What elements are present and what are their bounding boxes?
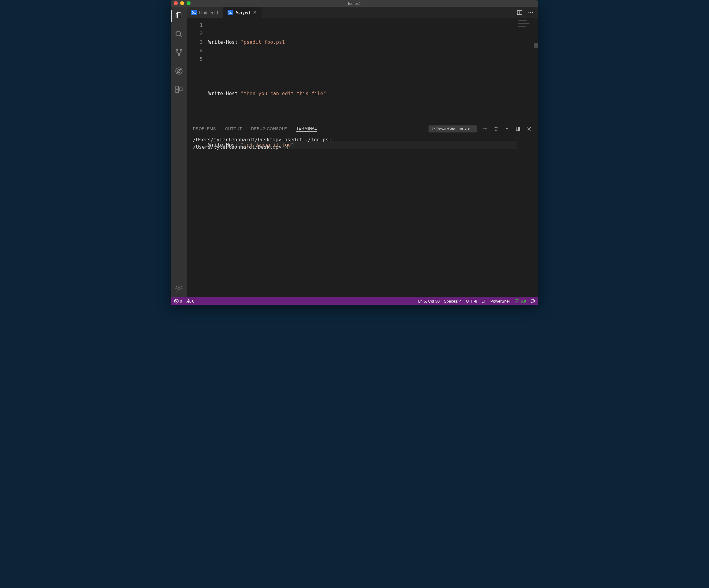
- window-close-button[interactable]: [174, 1, 178, 5]
- close-panel-icon[interactable]: [526, 126, 532, 132]
- window-title: foo.ps1: [171, 1, 538, 6]
- tab-foo-ps1[interactable]: foo.ps1 ✕: [223, 7, 262, 18]
- window-titlebar[interactable]: foo.ps1: [171, 0, 538, 7]
- status-bar: 0 0 Ln 5, Col 30 Spaces: 4 UTF-8 LF Powe…: [171, 297, 538, 305]
- tab-untitled-1[interactable]: Untitled-1: [187, 7, 223, 18]
- code-line: Write-Host "then you can edit this file": [208, 90, 517, 98]
- app-window: foo.ps1: [171, 0, 538, 305]
- activity-search[interactable]: [171, 28, 187, 41]
- error-icon: [174, 299, 179, 304]
- svg-point-17: [530, 12, 531, 13]
- code-line-current: Write-Host "and debug it too": [208, 141, 517, 149]
- powershell-file-icon: [191, 10, 197, 15]
- editor-actions: [512, 7, 538, 18]
- search-icon: [175, 30, 183, 39]
- minimap[interactable]: [517, 18, 534, 123]
- extensions-icon: [175, 85, 183, 94]
- svg-rect-10: [179, 88, 182, 91]
- svg-point-2: [176, 49, 177, 51]
- line-number-gutter: 1 2 3 4 5: [187, 18, 208, 123]
- branch-icon: [175, 48, 183, 57]
- status-cursor-position[interactable]: Ln 5, Col 30: [418, 299, 440, 304]
- svg-point-32: [532, 301, 532, 301]
- activity-scm[interactable]: [171, 47, 187, 59]
- traffic-lights: [174, 1, 190, 5]
- status-eol[interactable]: LF: [481, 299, 486, 304]
- status-feedback[interactable]: [530, 299, 535, 304]
- powershell-file-icon: [228, 10, 233, 15]
- status-encoding[interactable]: UTF-8: [466, 299, 477, 304]
- activity-explorer[interactable]: [171, 10, 187, 22]
- editor-tabs: Untitled-1 foo.ps1 ✕: [187, 7, 538, 18]
- activity-bar: [171, 7, 187, 297]
- scroll-marker: [534, 43, 538, 48]
- line-number: 5: [187, 55, 203, 63]
- svg-rect-30: [515, 299, 519, 303]
- window-maximize-button[interactable]: [187, 1, 190, 5]
- terminal-selector[interactable]: 1: PowerShell Int ▲▼: [428, 125, 477, 132]
- activity-extensions[interactable]: [171, 83, 187, 96]
- svg-point-33: [533, 301, 534, 301]
- status-powershell-version[interactable]: 6.0: [515, 299, 526, 304]
- editor-group: Untitled-1 foo.ps1 ✕ 1 2 3 4: [187, 7, 538, 297]
- terminal-icon: [515, 299, 519, 304]
- code-line: [208, 63, 517, 72]
- svg-rect-22: [518, 127, 520, 131]
- svg-rect-9: [176, 90, 179, 93]
- svg-point-3: [180, 49, 182, 51]
- svg-point-29: [188, 302, 189, 303]
- svg-point-0: [176, 31, 181, 36]
- tab-label: foo.ps1: [236, 10, 251, 15]
- editor[interactable]: 1 2 3 4 5 Write-Host "psedit foo.ps1" Wr…: [187, 18, 538, 123]
- more-actions-icon[interactable]: [528, 9, 534, 16]
- split-editor-icon[interactable]: [517, 9, 523, 16]
- svg-point-16: [528, 12, 529, 13]
- tab-label: Untitled-1: [199, 10, 219, 15]
- overview-ruler[interactable]: [534, 18, 538, 123]
- svg-point-18: [532, 12, 533, 13]
- line-number: 4: [187, 47, 203, 55]
- text-cursor: [294, 141, 294, 148]
- status-errors[interactable]: 0: [174, 299, 182, 304]
- svg-line-1: [180, 35, 182, 37]
- status-language-mode[interactable]: PowerShell: [490, 299, 510, 304]
- svg-point-11: [178, 287, 180, 290]
- workbench: Untitled-1 foo.ps1 ✕ 1 2 3 4: [171, 7, 538, 297]
- code-content[interactable]: Write-Host "psedit foo.ps1" Write-Host "…: [208, 18, 517, 123]
- status-warnings[interactable]: 0: [186, 299, 194, 304]
- no-bug-icon: [175, 67, 183, 75]
- line-number: 3: [187, 38, 203, 47]
- activity-settings[interactable]: [171, 283, 187, 295]
- warning-icon: [186, 299, 191, 304]
- svg-point-4: [178, 54, 180, 56]
- activity-debug[interactable]: [171, 65, 187, 77]
- status-indentation[interactable]: Spaces: 4: [444, 299, 462, 304]
- gear-icon: [175, 284, 183, 293]
- smiley-icon: [530, 299, 535, 304]
- line-number: 1: [187, 21, 203, 29]
- line-number: 2: [187, 29, 203, 38]
- window-minimize-button[interactable]: [180, 1, 184, 5]
- code-line: Write-Host "psedit foo.ps1": [208, 38, 517, 47]
- files-icon: [175, 11, 183, 20]
- svg-rect-8: [176, 86, 179, 89]
- tab-close-button[interactable]: ✕: [253, 10, 257, 15]
- code-line: [208, 115, 517, 124]
